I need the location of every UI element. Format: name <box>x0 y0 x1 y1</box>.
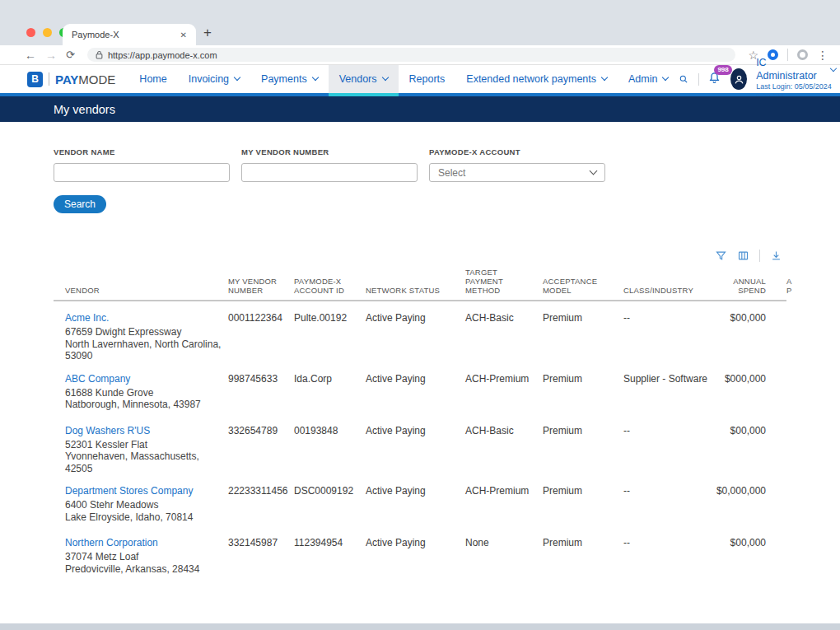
cell-annual-spend: $00,000 <box>713 425 786 436</box>
my-vendor-number-input[interactable] <box>241 163 418 182</box>
window-close-button[interactable] <box>26 28 35 37</box>
chevron-down-icon <box>830 65 837 72</box>
table-header-row: VENDOR MY VENDOR NUMBER PAYMODE-X ACCOUN… <box>54 268 840 301</box>
page-title: My vendors <box>54 103 115 116</box>
paymode-logo-mark: B <box>27 72 43 87</box>
cell-acceptance-model: Premium <box>543 312 623 324</box>
notifications-button[interactable]: 998 <box>707 71 721 88</box>
paymode-account-select[interactable]: Select <box>429 163 605 182</box>
cell-annual-spend: $000,000 <box>713 373 786 385</box>
col-header-annual-spend[interactable]: ANNUAL SPEND <box>713 277 786 295</box>
vendor-link[interactable]: ABC Company <box>65 373 130 385</box>
vendor-cell: Acme Inc. 67659 Dwight Expressway North … <box>54 312 228 362</box>
vendor-name-label: VENDOR NAME <box>54 147 230 156</box>
nav-item-vendors[interactable]: Vendors <box>329 65 399 93</box>
url-text: https://app.paymode-x.com <box>108 50 217 60</box>
browser-toolbar: ← → ⟳ https://app.paymode-x.com ☆ ⋮ <box>0 45 840 65</box>
my-vendor-number-label: MY VENDOR NUMBER <box>241 147 418 156</box>
col-header-truncated[interactable]: A P <box>786 277 840 295</box>
window-minimize-button[interactable] <box>43 28 52 37</box>
vendor-address-line1: 67659 Dwight Expressway <box>65 326 223 338</box>
nav-item-label: Home <box>139 73 166 85</box>
tab-title: Paymode-X <box>72 30 119 40</box>
notification-count-badge: 998 <box>714 65 731 75</box>
cell-acceptance-model: Premium <box>543 537 623 548</box>
cell-payment-method: ACH-Basic <box>465 312 543 324</box>
brand-divider <box>49 72 49 86</box>
paymode-logo[interactable]: B PAY MODE <box>27 65 115 93</box>
cell-acceptance-model: Premium <box>543 425 623 436</box>
cell-my-vendor-number: 0001122364 <box>228 312 294 324</box>
nav-item-label: Reports <box>409 73 446 85</box>
col-header-vendor[interactable]: VENDOR <box>54 286 228 295</box>
vendor-address-line2: North Lavernhaven, North Carolina, 53090 <box>65 338 223 362</box>
user-menu[interactable]: IC Administrator Last Login: 05/05/2024 … <box>756 57 836 101</box>
table-row: Northern Corporation 37074 Metz Loaf Pre… <box>54 526 840 578</box>
nav-item-admin[interactable]: Admin <box>618 65 679 93</box>
paymode-account-field-group: PAYMODE-X ACCOUNT Select <box>429 147 605 182</box>
back-icon[interactable]: ← <box>25 49 36 61</box>
brand-name-light: MODE <box>78 72 115 86</box>
vendor-link[interactable]: Northern Corporation <box>65 537 158 548</box>
col-header-account-id[interactable]: PAYMODE-X ACCOUNT ID <box>294 277 366 295</box>
cell-my-vendor-number: 998745633 <box>228 373 294 385</box>
user-name: IC Administrator <box>756 57 825 82</box>
cell-class-industry: Supplier - Software <box>623 373 713 385</box>
nav-item-reports[interactable]: Reports <box>399 65 456 93</box>
vendor-link[interactable]: Department Stores Company <box>65 485 193 497</box>
table-row: Dog Washers R'US 52301 Kessler Flat Yvon… <box>54 414 840 475</box>
my-vendor-number-field-group: MY VENDOR NUMBER <box>241 147 418 182</box>
nav-item-home[interactable]: Home <box>128 65 177 93</box>
search-icon[interactable] <box>679 72 688 86</box>
vendor-address-line1: 37074 Metz Loaf <box>65 551 223 563</box>
avatar[interactable] <box>730 68 747 90</box>
toolbar-divider <box>759 250 760 262</box>
cell-my-vendor-number: 332654789 <box>228 425 294 436</box>
browser-tab[interactable]: Paymode-X ✕ <box>63 24 196 45</box>
col-header-my-vendor-number[interactable]: MY VENDOR NUMBER <box>228 277 294 295</box>
vendor-link[interactable]: Acme Inc. <box>65 312 109 324</box>
cell-account-id: 112394954 <box>294 537 366 548</box>
chevron-down-icon <box>662 74 669 81</box>
vendor-name-input[interactable] <box>54 163 230 182</box>
cell-account-id: Pulte.00192 <box>294 312 366 324</box>
vendor-cell: Department Stores Company 6400 Stehr Mea… <box>54 485 228 523</box>
brand-name-bold: PAY <box>55 72 78 86</box>
col-header-payment-method[interactable]: TARGET PAYMENT METHOD <box>465 268 543 295</box>
nav-divider <box>698 73 699 86</box>
nav-item-invoicing[interactable]: Invoicing <box>178 65 250 93</box>
cell-my-vendor-number: 332145987 <box>228 537 294 548</box>
nav-item-label: Extended network payments <box>466 73 596 85</box>
col-header-class-industry[interactable]: CLASS/INDUSTRY <box>623 286 713 295</box>
cell-annual-spend: $00,000 <box>713 537 786 548</box>
vendor-link[interactable]: Dog Washers R'US <box>65 425 150 436</box>
vendor-cell: ABC Company 61688 Kunde Grove Natborough… <box>54 373 228 411</box>
primary-nav: Home Invoicing Payments Vendors Reports … <box>128 65 679 93</box>
cell-acceptance-model: Premium <box>543 373 623 385</box>
cell-annual-spend: $0,000,000 <box>713 485 786 497</box>
browser-tab-strip: Paymode-X ✕ + <box>0 0 840 45</box>
main-content: VENDOR NAME MY VENDOR NUMBER PAYMODE-X A… <box>0 122 840 623</box>
col-header-acceptance-model[interactable]: ACCEPTANCE MODEL <box>543 277 623 295</box>
table-row: Department Stores Company 6400 Stehr Mea… <box>54 474 840 526</box>
tab-close-icon[interactable]: ✕ <box>180 30 187 40</box>
vendor-address-line1: 6400 Stehr Meadows <box>65 499 223 511</box>
forward-icon[interactable]: → <box>45 49 57 61</box>
address-bar[interactable]: https://app.paymode-x.com <box>87 48 736 62</box>
cell-class-industry: -- <box>623 425 713 436</box>
vendor-address-line2: Lake Elroyside, Idaho, 70814 <box>65 511 223 524</box>
new-tab-button[interactable]: + <box>203 25 212 41</box>
download-icon[interactable] <box>770 250 782 262</box>
reload-icon[interactable]: ⟳ <box>66 49 75 61</box>
col-header-network-status[interactable]: NETWORK STATUS <box>366 286 465 295</box>
search-button[interactable]: Search <box>54 195 106 213</box>
filter-icon[interactable] <box>715 250 727 262</box>
columns-icon[interactable] <box>737 250 749 262</box>
cell-my-vendor-number: 22233311456 <box>228 485 294 497</box>
nav-item-payments[interactable]: Payments <box>250 65 329 93</box>
chevron-down-icon <box>381 74 388 81</box>
cell-network-status: Active Paying <box>366 425 465 436</box>
nav-item-extended-network-payments[interactable]: Extended network payments <box>455 65 618 93</box>
cell-network-status: Active Paying <box>366 537 465 548</box>
vendor-address-line1: 52301 Kessler Flat <box>65 439 223 451</box>
